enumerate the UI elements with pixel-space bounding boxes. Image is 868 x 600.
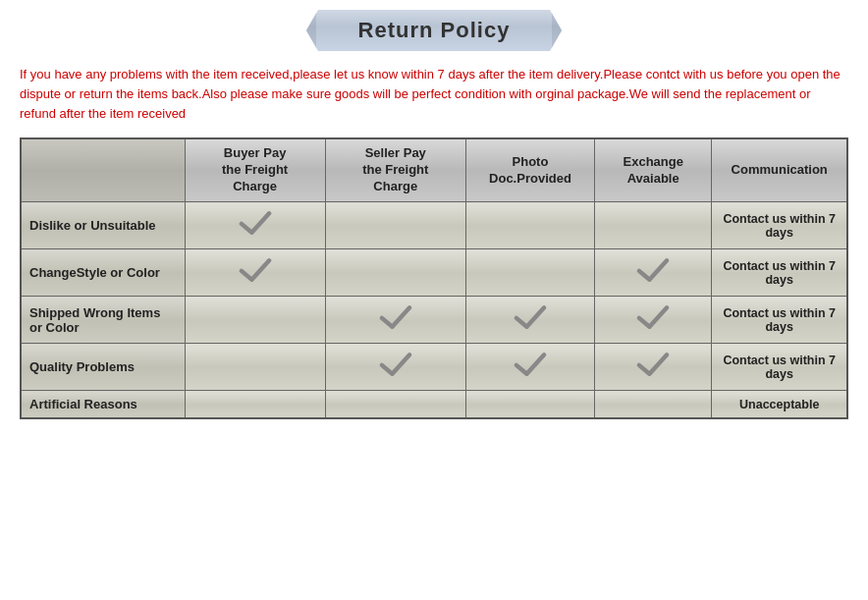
photo-doc-cell bbox=[465, 391, 594, 419]
buyer-pay-cell bbox=[185, 202, 325, 249]
row-label: Shipped Wrong Items or Color bbox=[21, 297, 185, 344]
table-row: Dislike or Unsuitable Contact us within … bbox=[21, 202, 847, 249]
photo-doc-cell bbox=[465, 297, 594, 344]
photo-doc-cell bbox=[465, 344, 594, 391]
communication-cell: Contact us within 7 days bbox=[712, 202, 847, 249]
header-seller-pay: Seller Paythe FreightCharge bbox=[325, 138, 465, 201]
communication-cell: Unacceptable bbox=[712, 391, 847, 419]
exchange-cell bbox=[595, 344, 712, 391]
banner-title: Return Policy bbox=[306, 10, 562, 51]
header-category bbox=[21, 138, 185, 201]
table-header-row: Buyer Paythe FreightCharge Seller Paythe… bbox=[21, 138, 847, 201]
table-row: Artificial ReasonsUnacceptable bbox=[21, 391, 847, 419]
buyer-pay-cell bbox=[185, 249, 325, 297]
return-policy-table: Buyer Paythe FreightCharge Seller Paythe… bbox=[20, 137, 848, 419]
seller-pay-cell bbox=[325, 297, 465, 344]
row-label: Dislike or Unsuitable bbox=[21, 202, 185, 249]
exchange-cell bbox=[595, 202, 712, 249]
header-photo-doc: PhotoDoc.Provided bbox=[465, 138, 594, 201]
header-exchange: ExchangeAvaiable bbox=[595, 138, 712, 201]
banner-wrap: Return Policy bbox=[20, 10, 848, 51]
table-row: Quality Problems Contact us within 7 day… bbox=[21, 344, 847, 391]
row-label: ChangeStyle or Color bbox=[21, 249, 185, 297]
table-row: ChangeStyle or Color Contact us within 7… bbox=[21, 249, 847, 297]
exchange-cell bbox=[595, 391, 712, 419]
exchange-cell bbox=[595, 297, 712, 344]
communication-cell: Contact us within 7 days bbox=[712, 297, 847, 344]
policy-text: If you have any problems with the item r… bbox=[20, 65, 848, 124]
header-communication: Communication bbox=[712, 138, 847, 201]
seller-pay-cell bbox=[325, 391, 465, 419]
seller-pay-cell bbox=[325, 249, 465, 297]
photo-doc-cell bbox=[465, 249, 594, 297]
exchange-cell bbox=[595, 249, 712, 297]
photo-doc-cell bbox=[465, 202, 594, 249]
seller-pay-cell bbox=[325, 202, 465, 249]
buyer-pay-cell bbox=[185, 344, 325, 391]
row-label: Artificial Reasons bbox=[21, 391, 185, 419]
buyer-pay-cell bbox=[185, 297, 325, 344]
seller-pay-cell bbox=[325, 344, 465, 391]
communication-cell: Contact us within 7 days bbox=[712, 344, 847, 391]
communication-cell: Contact us within 7 days bbox=[712, 249, 847, 297]
buyer-pay-cell bbox=[185, 391, 325, 419]
row-label: Quality Problems bbox=[21, 344, 185, 391]
table-row: Shipped Wrong Items or Color Contact us … bbox=[21, 297, 847, 344]
header-buyer-pay: Buyer Paythe FreightCharge bbox=[185, 138, 325, 201]
